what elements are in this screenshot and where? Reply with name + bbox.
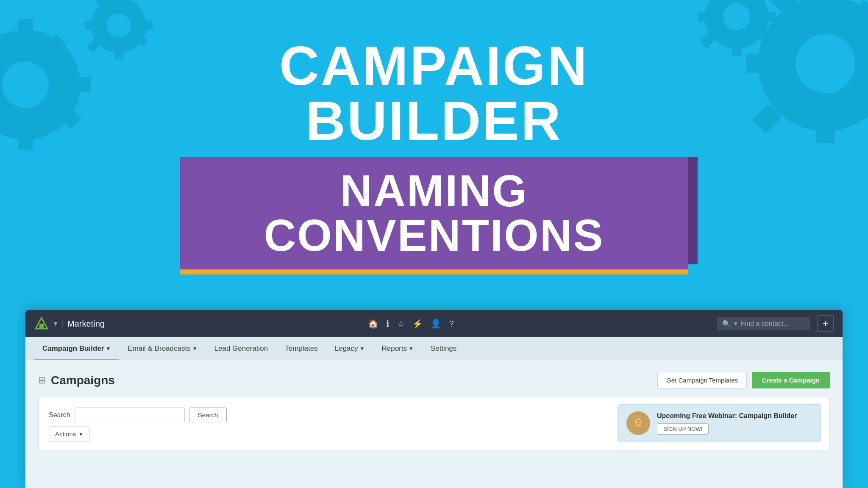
- svg-rect-4: [70, 77, 91, 92]
- campaign-search-input[interactable]: [75, 408, 185, 422]
- legacy-dropdown-icon: ▼: [360, 346, 365, 352]
- create-campaign-button[interactable]: Create a Campaign: [752, 372, 830, 388]
- nav-item-campaign-builder[interactable]: Campaign Builder ▼: [34, 337, 119, 360]
- svg-rect-22: [816, 0, 835, 7]
- svg-point-11: [107, 14, 131, 37]
- logo-area: ▼ | Marketing: [34, 316, 105, 331]
- nav-divider: |: [62, 319, 64, 329]
- app-logo-icon: [34, 316, 49, 331]
- actions-dropdown-icon: ▼: [78, 432, 83, 437]
- svg-rect-12: [114, 0, 123, 3]
- search-filter-icon: ▼: [733, 321, 738, 327]
- nav-item-email-broadcasts[interactable]: Email & Broadcasts ▼: [119, 337, 206, 360]
- header-buttons: Get Campaign Templates Create a Campaign: [657, 372, 830, 388]
- browser-window: ▼ | Marketing 🏠 ℹ ☆ ⚡ 👤 ? 🔍 ▼ Find a con…: [25, 310, 843, 488]
- search-icon: 🔍: [722, 320, 731, 328]
- actions-button[interactable]: Actions ▼: [49, 427, 89, 441]
- marketing-label: Marketing: [67, 319, 105, 329]
- svg-rect-25: [746, 54, 769, 73]
- nav-item-settings[interactable]: Settings: [422, 337, 465, 360]
- nav-item-lead-generation[interactable]: Lead Generation: [206, 337, 277, 360]
- webinar-icon: [626, 411, 650, 435]
- add-button[interactable]: +: [817, 315, 834, 332]
- webinar-content: Upcoming Free Webinar: Campaign Builder …: [657, 412, 812, 435]
- reports-dropdown-icon: ▼: [409, 346, 414, 352]
- secondary-nav: Campaign Builder ▼ Email & Broadcasts ▼ …: [25, 337, 843, 360]
- svg-rect-23: [816, 120, 835, 143]
- email-broadcasts-dropdown-icon: ▼: [192, 346, 198, 352]
- contact-search-placeholder: Find a contact...: [741, 320, 789, 327]
- webinar-title: Upcoming Free Webinar: Campaign Builder: [657, 412, 812, 420]
- svg-rect-3: [18, 129, 33, 150]
- svg-point-31: [723, 3, 750, 30]
- webinar-graphic-icon: [632, 416, 645, 430]
- top-nav: ▼ | Marketing 🏠 ℹ ☆ ⚡ 👤 ? 🔍 ▼ Find a con…: [25, 310, 843, 337]
- svg-rect-35: [698, 12, 710, 22]
- content-area: ⊞ Campaigns Get Campaign Templates Creat…: [25, 360, 843, 488]
- gear-right-icon: [677, 0, 868, 178]
- campaigns-icon: ⊞: [38, 375, 46, 386]
- nav-item-templates[interactable]: Templates: [276, 337, 326, 360]
- info-icon[interactable]: ℹ: [386, 319, 389, 329]
- svg-point-21: [796, 34, 855, 93]
- search-section: Search Search Actions ▼: [38, 397, 830, 450]
- activity-icon[interactable]: ⚡: [412, 319, 423, 329]
- subtitle-banner: NAMING CONVENTIONS: [180, 157, 688, 274]
- svg-rect-14: [141, 21, 153, 30]
- webinar-signup-button[interactable]: SIGN UP NOW!: [657, 423, 709, 435]
- nav-item-legacy[interactable]: Legacy ▼: [326, 337, 373, 360]
- search-area[interactable]: 🔍 ▼ Find a contact...: [717, 317, 810, 330]
- svg-rect-33: [732, 43, 742, 56]
- title-section: CAMPAIGN BUILDER NAMING CONVENTIONS: [180, 38, 688, 274]
- logo-dropdown-arrow[interactable]: ▼: [53, 320, 58, 327]
- campaign-builder-dropdown-icon: ▼: [106, 346, 111, 352]
- svg-point-43: [637, 420, 640, 422]
- svg-point-1: [2, 61, 49, 108]
- search-label: Search: [49, 411, 70, 419]
- top-nav-icons: 🏠 ℹ ☆ ⚡ 👤 ?: [368, 319, 453, 329]
- main-title: CAMPAIGN BUILDER: [180, 38, 688, 148]
- webinar-card: Upcoming Free Webinar: Campaign Builder …: [618, 404, 821, 442]
- help-icon[interactable]: ?: [449, 319, 453, 329]
- page-header: ⊞ Campaigns Get Campaign Templates Creat…: [38, 372, 830, 388]
- svg-rect-34: [763, 12, 776, 22]
- svg-rect-15: [85, 21, 97, 30]
- search-row: Search Search Actions ▼: [49, 408, 227, 441]
- home-icon[interactable]: 🏠: [368, 319, 378, 329]
- nav-item-reports[interactable]: Reports ▼: [373, 337, 422, 360]
- user-icon[interactable]: 👤: [431, 319, 441, 329]
- page-title-area: ⊞ Campaigns: [38, 374, 115, 387]
- subtitle-text: NAMING CONVENTIONS: [201, 169, 667, 258]
- page-title: Campaigns: [51, 374, 115, 387]
- search-input-group: Search Search: [49, 408, 227, 422]
- get-campaign-templates-button[interactable]: Get Campaign Templates: [657, 372, 747, 388]
- star-icon[interactable]: ☆: [397, 319, 405, 329]
- svg-rect-2: [18, 19, 33, 40]
- svg-rect-41: [39, 324, 44, 329]
- gear-left-icon: [0, 0, 170, 178]
- svg-rect-13: [114, 47, 123, 59]
- search-button[interactable]: Search: [189, 408, 227, 422]
